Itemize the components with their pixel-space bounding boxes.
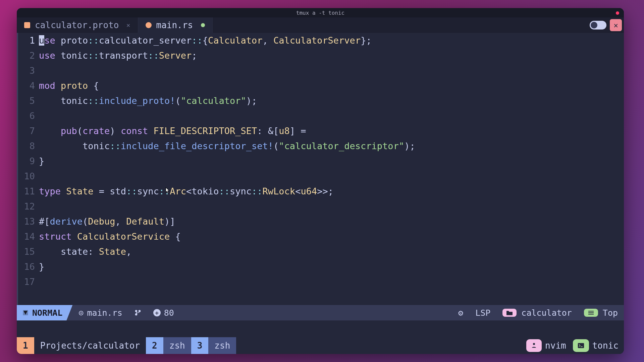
terminal-icon [573, 339, 589, 352]
tmux-statusbar: 1 Projects/calculator 2 zsh 3 zsh nvim t… [17, 337, 624, 354]
close-window-button[interactable]: ✕ [610, 19, 622, 31]
tab-label: main.rs [156, 20, 193, 30]
editor-tabbar: calculator.proto × main.rs ✕ [17, 17, 624, 33]
rust-file-icon [146, 22, 152, 28]
line-number-gutter: 1234567891011121314151617 [18, 33, 39, 305]
tab-calculator-proto[interactable]: calculator.proto × [17, 17, 138, 33]
vim-mode-indicator: NORMAL [17, 305, 72, 320]
tmux-window-2-name[interactable]: zsh [163, 337, 191, 354]
changes-count: 80 [164, 308, 174, 318]
toggle-switch[interactable] [590, 21, 606, 29]
filename-text: main.rs [87, 308, 122, 318]
plus-icon: + [153, 309, 161, 316]
tmux-window-3-index[interactable]: 3 [191, 337, 209, 354]
tmux-window-3-name[interactable]: zsh [208, 337, 236, 354]
folder-icon [502, 309, 517, 317]
tmux-session-name: tonic [592, 341, 619, 351]
git-branch-icon [135, 309, 141, 316]
close-icon[interactable]: × [126, 21, 130, 29]
git-segment [128, 309, 147, 316]
recording-indicator-icon [616, 11, 619, 15]
tab-main-rs[interactable]: main.rs [138, 17, 213, 33]
mode-text: NORMAL [32, 308, 62, 318]
tab-label: calculator.proto [35, 20, 119, 30]
proto-file-icon [24, 22, 30, 28]
terminal-window: tmux a -t tonic calculator.proto × main.… [17, 8, 624, 354]
statusline: NORMAL ⊙ main.rs + 80 ⚙ LSP calculator [17, 305, 624, 320]
rust-icon: ⊙ [78, 308, 84, 318]
tmux-app-name: nvim [545, 341, 566, 351]
tmux-window-1-name[interactable]: Projects/calculator [34, 337, 146, 354]
filename-segment: ⊙ main.rs [72, 308, 128, 318]
project-name: calculator [521, 308, 572, 318]
svg-rect-1 [578, 343, 584, 348]
lsp-text: LSP [475, 308, 490, 318]
code-content[interactable]: use proto::calculator_server::{Calculato… [39, 33, 624, 305]
tmux-window-1-index[interactable]: 1 [17, 337, 34, 354]
svg-point-0 [533, 343, 535, 345]
code-editor[interactable]: 1234567891011121314151617 use proto::cal… [17, 33, 624, 305]
lines-icon [584, 309, 598, 317]
gear-icon: ⚙ [458, 308, 463, 318]
person-icon [526, 339, 542, 352]
lsp-segment: LSP [469, 308, 496, 318]
gap [17, 320, 624, 337]
changes-segment: + 80 [147, 308, 180, 318]
modified-indicator-icon [201, 23, 205, 27]
position-text: Top [603, 308, 618, 318]
settings-segment[interactable]: ⚙ [452, 308, 469, 318]
window-title: tmux a -t tonic [296, 10, 345, 16]
titlebar: tmux a -t tonic [17, 8, 624, 17]
vim-icon [22, 309, 29, 316]
tmux-window-2-index[interactable]: 2 [146, 337, 163, 354]
